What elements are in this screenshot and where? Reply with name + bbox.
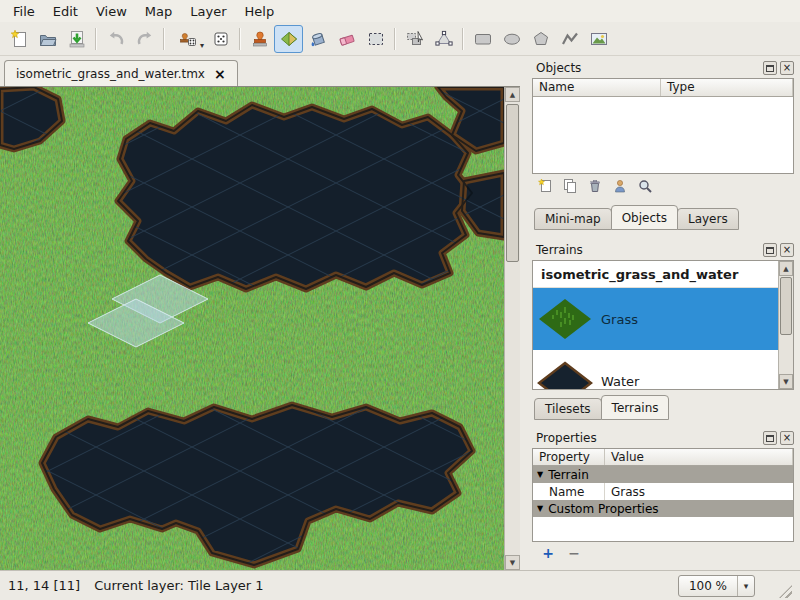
scroll-down-icon[interactable]: ▼: [779, 374, 793, 389]
eraser-button[interactable]: [332, 25, 361, 53]
terrains-close-button[interactable]: ×: [780, 243, 794, 257]
terrains-float-button[interactable]: [763, 243, 777, 257]
new-object-icon: [537, 178, 553, 194]
group-label: Terrain: [548, 468, 589, 482]
toolbar-separator: [462, 28, 464, 50]
zoom-value: 100 %: [679, 576, 737, 596]
add-property-button[interactable]: +: [538, 544, 558, 562]
scrollbar-thumb[interactable]: [780, 277, 792, 335]
insert-polyline-button[interactable]: [555, 25, 584, 53]
bucket-fill-button[interactable]: [303, 25, 332, 53]
scrollbar-thumb[interactable]: [506, 104, 519, 262]
objects-panel: Name Type: [532, 78, 794, 174]
object-properties-button[interactable]: [635, 176, 655, 196]
zoom-dropdown-icon[interactable]: ▾: [737, 576, 754, 596]
eraser-icon: [337, 29, 357, 49]
scrollbar-track[interactable]: [779, 276, 793, 374]
objects-list[interactable]: [533, 97, 793, 173]
float-icon: [766, 435, 774, 442]
water-tile-icon: [537, 359, 593, 390]
redo-button[interactable]: [130, 25, 159, 53]
property-value[interactable]: Grass: [605, 485, 645, 499]
stamp-brush-button[interactable]: [245, 25, 274, 53]
properties-dock-title: Properties: [536, 431, 597, 445]
dock-splitter[interactable]: [520, 56, 528, 570]
terrain-row-water[interactable]: Water: [533, 350, 778, 390]
menu-map[interactable]: Map: [136, 1, 181, 22]
properties-column-value[interactable]: Value: [605, 449, 793, 465]
save-map-button[interactable]: [62, 25, 91, 53]
properties-float-button[interactable]: [763, 431, 777, 445]
scroll-down-icon[interactable]: ▼: [505, 555, 520, 570]
edit-polygons-button[interactable]: [429, 25, 458, 53]
person-icon: [612, 178, 628, 194]
objects-close-button[interactable]: ×: [780, 61, 794, 75]
move-object-button[interactable]: [610, 176, 630, 196]
stamp-menu-button[interactable]: ▾: [169, 25, 206, 53]
status-bar: 11, 14 [11] Current layer: Tile Layer 1 …: [0, 570, 800, 600]
insert-rectangle-icon: [473, 29, 493, 49]
map-canvas[interactable]: [0, 87, 504, 570]
current-layer-label: Current layer: Tile Layer 1: [94, 578, 263, 593]
tab-objects[interactable]: Objects: [611, 205, 678, 230]
save-icon: [67, 29, 87, 49]
tab-tilesets[interactable]: Tilesets: [534, 398, 602, 420]
cursor-position: 11, 14 [11]: [8, 578, 80, 593]
insert-ellipse-button[interactable]: [497, 25, 526, 53]
dropdown-arrow-icon: ▾: [200, 42, 204, 50]
undo-button[interactable]: [101, 25, 130, 53]
terrain-row-grass[interactable]: Grass: [533, 288, 778, 350]
toolbar-separator: [239, 28, 241, 50]
insert-polygon-icon: [531, 29, 551, 49]
tab-terrains[interactable]: Terrains: [601, 395, 670, 420]
property-group-terrain[interactable]: ▼ Terrain: [533, 466, 793, 483]
tab-close-icon[interactable]: ×: [214, 68, 226, 80]
select-objects-icon: [405, 29, 425, 49]
map-vertical-scrollbar[interactable]: ▲ ▼: [504, 87, 520, 570]
property-group-custom[interactable]: ▼ Custom Properties: [533, 500, 793, 517]
scrollbar-track[interactable]: [505, 102, 520, 555]
terrains-scrollbar[interactable]: ▲ ▼: [778, 261, 793, 389]
terrains-dock-title: Terrains: [536, 243, 583, 257]
document-tab-bar: isometric_grass_and_water.tmx ×: [0, 56, 520, 86]
document-tab[interactable]: isometric_grass_and_water.tmx ×: [4, 60, 238, 86]
insert-polygon-button[interactable]: [526, 25, 555, 53]
collapse-icon[interactable]: ▼: [537, 504, 543, 513]
tab-mini-map[interactable]: Mini-map: [534, 208, 612, 230]
menu-layer[interactable]: Layer: [181, 1, 235, 22]
properties-panel: Property Value ▼ Terrain Name Grass ▼ Cu…: [532, 448, 794, 542]
objects-float-button[interactable]: [763, 61, 777, 75]
objects-column-name[interactable]: Name: [533, 79, 661, 96]
scroll-up-icon[interactable]: ▲: [779, 261, 793, 276]
stamp-dice-icon: [178, 29, 198, 49]
menu-edit[interactable]: Edit: [44, 1, 87, 22]
properties-close-button[interactable]: ×: [780, 431, 794, 445]
scroll-up-icon[interactable]: ▲: [505, 87, 520, 102]
properties-column-property[interactable]: Property: [533, 449, 605, 465]
zoom-combobox[interactable]: 100 % ▾: [678, 575, 755, 597]
remove-property-button[interactable]: −: [564, 544, 584, 562]
terrain-brush-button[interactable]: [274, 25, 303, 53]
duplicate-object-button[interactable]: [560, 176, 580, 196]
tileset-name-header: isometric_grass_and_water: [533, 261, 778, 288]
terrains-panel: isometric_grass_and_water Grass Water ▲ …: [532, 260, 794, 390]
insert-tile-button[interactable]: [584, 25, 613, 53]
menu-view[interactable]: View: [87, 1, 136, 22]
rectangular-select-button[interactable]: [361, 25, 390, 53]
grass-tile-icon: [537, 297, 593, 341]
bucket-fill-icon: [308, 29, 328, 49]
property-row-name[interactable]: Name Grass: [533, 483, 793, 500]
random-mode-button[interactable]: [206, 25, 235, 53]
collapse-icon[interactable]: ▼: [537, 470, 543, 479]
remove-object-button[interactable]: [585, 176, 605, 196]
menu-file[interactable]: File: [4, 1, 44, 22]
insert-rectangle-button[interactable]: [468, 25, 497, 53]
new-map-button[interactable]: [4, 25, 33, 53]
open-map-button[interactable]: [33, 25, 62, 53]
menu-help[interactable]: Help: [236, 1, 284, 22]
tab-layers[interactable]: Layers: [677, 208, 739, 230]
select-objects-button[interactable]: [400, 25, 429, 53]
resize-grip[interactable]: [779, 585, 792, 598]
new-object-button[interactable]: [535, 176, 555, 196]
objects-column-type[interactable]: Type: [661, 79, 793, 96]
